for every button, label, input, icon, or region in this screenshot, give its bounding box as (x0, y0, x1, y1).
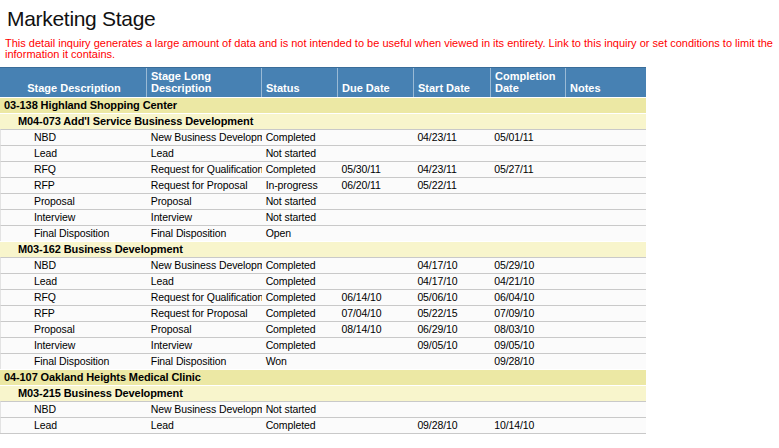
cell-completion-date: 07/09/10 (490, 306, 565, 321)
cell-start-date: 05/22/15 (413, 306, 490, 321)
cell-notes (565, 226, 646, 241)
cell-notes (565, 354, 646, 369)
phase-group-row: M04-073 Add'l Service Business Developme… (0, 113, 646, 129)
cell-completion-date: 06/04/10 (490, 290, 565, 305)
cell-start-date (413, 194, 490, 209)
cell-status: Completed (262, 338, 338, 353)
cell-stage-long-description: Interview (147, 338, 262, 353)
table-row: Final DispositionFinal DispositionOpen (0, 225, 646, 241)
table-row: LeadLeadCompleted04/17/1004/21/10 (0, 273, 646, 289)
cell-due-date (338, 194, 414, 209)
cell-stage-long-description: New Business Developm (147, 402, 262, 417)
cell-notes (565, 402, 646, 417)
cell-due-date: 08/14/10 (338, 322, 414, 337)
cell-start-date: 09/28/10 (413, 418, 490, 433)
cell-stage-long-description: Proposal (147, 194, 262, 209)
project-group-row: 03-138 Highland Shopping Center (0, 97, 646, 113)
cell-stage-long-description: Proposal (147, 322, 262, 337)
cell-start-date: 09/05/10 (413, 338, 490, 353)
table-row: Final DispositionFinal DispositionWon09/… (0, 353, 646, 369)
cell-start-date: 06/29/10 (413, 322, 490, 337)
cell-stage-long-description: Request for Proposal (147, 178, 262, 193)
cell-due-date (338, 210, 414, 225)
cell-due-date (338, 258, 414, 273)
cell-stage-description: RFQ (1, 162, 147, 177)
cell-notes (565, 306, 646, 321)
cell-start-date (413, 402, 490, 417)
cell-status: Completed (262, 418, 338, 433)
cell-completion-date (490, 210, 565, 225)
cell-notes (565, 194, 646, 209)
table-body: 03-138 Highland Shopping CenterM04-073 A… (0, 97, 646, 433)
cell-completion-date (490, 402, 565, 417)
cell-notes (565, 210, 646, 225)
cell-start-date: 04/23/11 (413, 130, 490, 145)
cell-stage-description: Lead (1, 146, 147, 161)
cell-completion-date: 09/28/10 (490, 354, 565, 369)
cell-status: Completed (262, 322, 338, 337)
cell-stage-description: NBD (1, 258, 147, 273)
cell-stage-long-description: New Business Developm (147, 130, 262, 145)
column-header-notes: Notes (565, 68, 646, 97)
cell-due-date (338, 338, 414, 353)
page-title: Marketing Stage (7, 7, 779, 31)
cell-stage-description: Proposal (1, 322, 147, 337)
cell-notes (565, 146, 646, 161)
cell-notes (565, 178, 646, 193)
cell-status: Open (262, 226, 338, 241)
table-row: NBDNew Business DevelopmNot started (0, 401, 646, 417)
cell-start-date (413, 354, 490, 369)
table-row: LeadLeadNot started (0, 145, 646, 161)
cell-due-date (338, 274, 414, 289)
table-row: RFPRequest for ProposalCompleted07/04/10… (0, 305, 646, 321)
cell-stage-description: Proposal (1, 194, 147, 209)
table-row: RFQRequest for QualificationCompleted06/… (0, 289, 646, 305)
cell-completion-date: 08/03/10 (490, 322, 565, 337)
cell-completion-date (490, 226, 565, 241)
table-row: ProposalProposalNot started (0, 193, 646, 209)
column-header-status: Status (261, 68, 337, 97)
cell-completion-date: 04/21/10 (490, 274, 565, 289)
cell-stage-description: RFQ (1, 290, 147, 305)
cell-status: Completed (262, 274, 338, 289)
cell-status: Completed (262, 258, 338, 273)
cell-notes (565, 130, 646, 145)
cell-due-date: 06/14/10 (338, 290, 414, 305)
cell-start-date: 04/17/10 (413, 274, 490, 289)
cell-stage-description: Final Disposition (1, 226, 147, 241)
column-header-due-date: Due Date (337, 68, 413, 97)
cell-due-date (338, 354, 414, 369)
table-header-row: Stage DescriptionStage Long DescriptionS… (0, 67, 646, 97)
column-header-stage-description: Stage Description (0, 68, 146, 97)
cell-notes (565, 162, 646, 177)
cell-completion-date (490, 178, 565, 193)
cell-stage-description: RFP (1, 178, 147, 193)
column-header-start-date: Start Date (413, 68, 490, 97)
cell-due-date: 05/30/11 (338, 162, 414, 177)
table-row: NBDNew Business DevelopmCompleted04/17/1… (0, 257, 646, 273)
cell-start-date (413, 210, 490, 225)
table-row: InterviewInterviewCompleted09/05/1009/05… (0, 337, 646, 353)
cell-status: Completed (262, 306, 338, 321)
cell-stage-long-description: Final Disposition (147, 226, 262, 241)
table-row: RFQRequest for QualificationCompleted05/… (0, 161, 646, 177)
cell-start-date (413, 226, 490, 241)
cell-stage-description: NBD (1, 402, 147, 417)
cell-start-date (413, 146, 490, 161)
table-row: LeadLeadCompleted09/28/1010/14/10 (0, 417, 646, 433)
cell-stage-long-description: Final Disposition (147, 354, 262, 369)
cell-notes (565, 418, 646, 433)
cell-start-date: 04/17/10 (413, 258, 490, 273)
marketing-stage-table: Stage DescriptionStage Long DescriptionS… (0, 67, 646, 434)
cell-status: Completed (262, 162, 338, 177)
cell-due-date: 06/20/11 (338, 178, 414, 193)
cell-stage-description: Lead (1, 274, 147, 289)
cell-start-date: 04/23/11 (413, 162, 490, 177)
cell-status: Completed (262, 130, 338, 145)
cell-stage-long-description: Interview (147, 210, 262, 225)
cell-status: In-progress (262, 178, 338, 193)
report-page: { "page": { "title": "Marketing Stage", … (0, 0, 779, 448)
cell-due-date (338, 146, 414, 161)
cell-stage-long-description: New Business Developm (147, 258, 262, 273)
project-group-row: 04-107 Oakland Heights Medical Clinic (0, 369, 646, 385)
